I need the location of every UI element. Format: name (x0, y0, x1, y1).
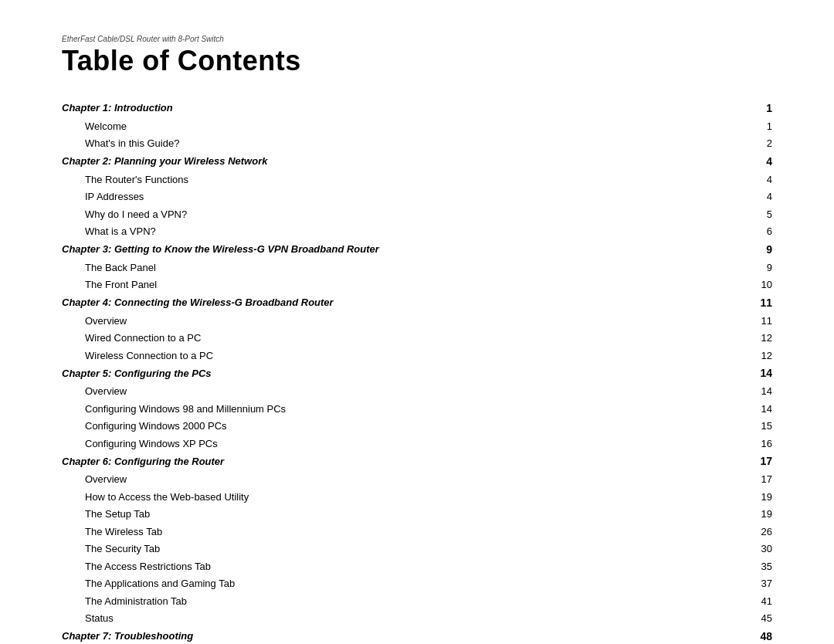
list-item: Why do I need a VPN?5 (62, 205, 772, 223)
chapter-label: Chapter 6: Configuring the Router (62, 452, 741, 471)
list-item: The Back Panel9 (62, 259, 772, 276)
entry-page-number: 9 (741, 259, 772, 276)
chapter-page-number: 11 (741, 293, 772, 312)
chapter-label: Chapter 7: Troubleshooting (62, 627, 741, 644)
entry-label: Overview (62, 312, 741, 330)
chapter-label: Chapter 1: Introduction (62, 99, 741, 117)
entry-label: The Applications and Gaming Tab (62, 575, 741, 593)
list-item: The Administration Tab41 (62, 592, 772, 610)
entry-page-number: 30 (741, 541, 772, 558)
entry-page-number: 4 (741, 171, 772, 188)
entry-label: Welcome (62, 117, 741, 135)
entry-label: The Router's Functions (62, 171, 741, 188)
entry-label: The Setup Tab (62, 506, 741, 524)
list-item: The Front Panel10 (62, 276, 772, 294)
list-item: Wired Connection to a PC12 (62, 330, 772, 347)
list-item: The Router's Functions4 (62, 171, 772, 188)
entry-page-number: 14 (741, 383, 772, 401)
entry-page-number: 4 (741, 188, 772, 206)
entry-page-number: 5 (741, 205, 772, 223)
entry-label: Configuring Windows 98 and Millennium PC… (62, 400, 741, 418)
list-item: What is a VPN?6 (62, 223, 772, 241)
list-item: Configuring Windows XP PCs16 (62, 435, 772, 452)
entry-label: Configuring Windows XP PCs (62, 435, 741, 452)
chapter-label: Chapter 5: Configuring the PCs (62, 364, 741, 383)
entry-page-number: 12 (741, 347, 772, 364)
entry-page-number: 1 (741, 117, 772, 135)
entry-label: IP Addresses (62, 188, 741, 206)
entry-page-number: 26 (741, 523, 772, 541)
chapter-label: Chapter 4: Connecting the Wireless-G Bro… (62, 293, 741, 312)
list-item: Overview14 (62, 383, 772, 401)
table-of-contents: Chapter 1: Introduction1Welcome1What's i… (62, 99, 772, 644)
entry-label: The Access Restrictions Tab (62, 558, 741, 575)
chapter-label: Chapter 3: Getting to Know the Wireless-… (62, 240, 741, 259)
entry-label: What's in this Guide? (62, 135, 741, 153)
chapter-row: Chapter 1: Introduction1 (62, 99, 772, 117)
chapter-row: Chapter 3: Getting to Know the Wireless-… (62, 240, 772, 259)
entry-page-number: 37 (741, 575, 772, 593)
list-item: Overview17 (62, 471, 772, 489)
entry-page-number: 12 (741, 330, 772, 347)
chapter-row: Chapter 4: Connecting the Wireless-G Bro… (62, 293, 772, 312)
entry-label: The Security Tab (62, 541, 741, 558)
list-item: Configuring Windows 2000 PCs15 (62, 418, 772, 436)
list-item: The Wireless Tab26 (62, 523, 772, 541)
entry-page-number: 15 (741, 418, 772, 436)
entry-page-number: 14 (741, 400, 772, 418)
document-header: EtherFast Cable/DSL Router with 8-Port S… (62, 31, 772, 45)
chapter-page-number: 4 (741, 152, 772, 171)
entry-label: Wired Connection to a PC (62, 330, 741, 347)
chapter-page-number: 9 (741, 240, 772, 259)
entry-label: Configuring Windows 2000 PCs (62, 418, 741, 436)
entry-page-number: 17 (741, 471, 772, 489)
chapter-row: Chapter 7: Troubleshooting48 (62, 627, 772, 644)
entry-label: Status (62, 610, 741, 628)
list-item: Welcome1 (62, 117, 772, 135)
entry-label: Overview (62, 471, 741, 489)
entry-page-number: 10 (741, 276, 772, 294)
entry-page-number: 19 (741, 506, 772, 524)
chapter-page-number: 14 (741, 364, 772, 383)
chapter-label: Chapter 2: Planning your Wireless Networ… (62, 152, 741, 171)
entry-label: How to Access the Web-based Utility (62, 488, 741, 506)
entry-page-number: 45 (741, 610, 772, 628)
page-title: Table of Contents (62, 45, 772, 77)
list-item: What's in this Guide?2 (62, 135, 772, 153)
chapter-page-number: 48 (741, 627, 772, 644)
list-item: Status45 (62, 610, 772, 628)
list-item: The Access Restrictions Tab35 (62, 558, 772, 575)
entry-page-number: 35 (741, 558, 772, 575)
entry-label: The Wireless Tab (62, 523, 741, 541)
entry-label: Wireless Connection to a PC (62, 347, 741, 364)
list-item: How to Access the Web-based Utility19 (62, 488, 772, 506)
entry-label: The Administration Tab (62, 592, 741, 610)
list-item: Wireless Connection to a PC12 (62, 347, 772, 364)
entry-label: Why do I need a VPN? (62, 205, 741, 223)
entry-label: The Back Panel (62, 259, 741, 276)
entry-page-number: 19 (741, 488, 772, 506)
entry-label: Overview (62, 383, 741, 401)
list-item: Configuring Windows 98 and Millennium PC… (62, 400, 772, 418)
chapter-page-number: 1 (741, 99, 772, 117)
chapter-row: Chapter 2: Planning your Wireless Networ… (62, 152, 772, 171)
chapter-row: Chapter 5: Configuring the PCs14 (62, 364, 772, 383)
list-item: Overview11 (62, 312, 772, 330)
chapter-page-number: 17 (741, 452, 772, 471)
list-item: The Security Tab30 (62, 541, 772, 558)
entry-page-number: 2 (741, 135, 772, 153)
entry-page-number: 16 (741, 435, 772, 452)
entry-page-number: 6 (741, 223, 772, 241)
chapter-row: Chapter 6: Configuring the Router17 (62, 452, 772, 471)
entry-page-number: 11 (741, 312, 772, 330)
entry-label: What is a VPN? (62, 223, 741, 241)
list-item: IP Addresses4 (62, 188, 772, 206)
entry-label: The Front Panel (62, 276, 741, 294)
list-item: The Setup Tab19 (62, 506, 772, 524)
entry-page-number: 41 (741, 592, 772, 610)
list-item: The Applications and Gaming Tab37 (62, 575, 772, 593)
